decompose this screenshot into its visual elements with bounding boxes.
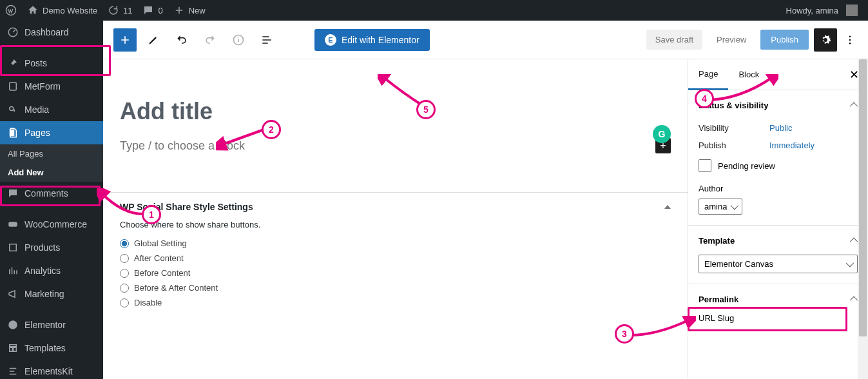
menu-label: Pages	[24, 128, 50, 138]
updates[interactable]: 11	[102, 0, 137, 21]
tab-page[interactable]: Page	[688, 59, 728, 90]
menu-label: ElementsKit	[24, 366, 73, 376]
panel-template: Template Elementor Canvas	[688, 226, 868, 284]
edit-with-elementor-button[interactable]: E Edit with Elementor	[314, 29, 430, 51]
author-value: amina	[704, 202, 727, 211]
comments-link[interactable]: 0	[137, 0, 168, 21]
add-block-toggle[interactable]	[113, 28, 137, 52]
save-draft-button[interactable]: Save draft	[646, 30, 702, 50]
collapse-icon[interactable]	[664, 205, 671, 209]
more-options[interactable]	[842, 28, 858, 52]
menu-label: Products	[24, 242, 60, 253]
elementskit-icon	[6, 365, 19, 378]
svg-rect-6	[10, 244, 17, 251]
elementor-icon	[6, 318, 19, 331]
panel-heading: Template	[699, 236, 735, 246]
radio-after-content[interactable]: After Content	[120, 251, 671, 266]
settings-panel: Page Block ✕ Status & visibility Visibil…	[688, 59, 868, 379]
author-select[interactable]: amina	[699, 199, 742, 215]
editor: E Edit with Elementor Save draft Preview…	[103, 21, 868, 379]
url-slug-label: URL Slug	[699, 313, 858, 323]
menu-elementor[interactable]: Elementor	[0, 313, 103, 336]
wp-logo[interactable]	[0, 0, 22, 21]
checkbox-icon	[699, 159, 711, 172]
comments-count: 0	[158, 6, 162, 15]
wp-social-metabox: WP Social Share Style Settings Choose wh…	[103, 192, 688, 319]
settings-toggle[interactable]	[814, 28, 837, 52]
chevron-up-icon[interactable]	[852, 236, 858, 246]
author-label: Author	[699, 184, 858, 193]
svg-rect-4	[10, 130, 15, 137]
menu-analytics[interactable]: Analytics	[0, 259, 103, 282]
menu-posts[interactable]: Posts	[0, 52, 103, 75]
visibility-label: Visibility	[699, 123, 769, 133]
editor-toolbar: E Edit with Elementor Save draft Preview…	[103, 21, 868, 59]
howdy-text: Howdy, amina	[786, 6, 838, 15]
publish-button[interactable]: Publish	[760, 30, 809, 50]
preview-button[interactable]: Preview	[708, 30, 755, 50]
site-link[interactable]: Demo Website	[22, 0, 102, 21]
menu-products[interactable]: Products	[0, 236, 103, 259]
settings-tabs: Page Block ✕	[688, 59, 868, 90]
submenu-pages: All Pages Add New	[0, 144, 103, 182]
radio-global-setting[interactable]: Global Setting	[120, 236, 671, 251]
grammarly-icon[interactable]: G	[653, 125, 671, 143]
template-value: Elementor Canvas	[704, 259, 773, 269]
new-label: New	[189, 6, 206, 15]
scrollbar-thumb[interactable]	[859, 59, 867, 336]
editor-canvas: G + WP Social Share Style Settings Choos…	[103, 59, 688, 379]
new-link[interactable]: New	[168, 0, 211, 21]
submenu-all-pages[interactable]: All Pages	[0, 144, 103, 163]
publish-label: Publish	[699, 141, 769, 150]
metabox-title: WP Social Share Style Settings	[120, 202, 253, 212]
woo-icon	[6, 218, 19, 231]
page-title-input[interactable]	[120, 98, 671, 125]
outline-button[interactable]	[255, 28, 278, 52]
radio-before-after-content[interactable]: Before & After Content	[120, 280, 671, 295]
menu-label: Marketing	[24, 289, 64, 299]
publish-value[interactable]: Immediately	[769, 141, 815, 150]
page-icon	[6, 126, 19, 139]
redo-button[interactable]	[198, 28, 222, 52]
menu-elementskit[interactable]: ElementsKit	[0, 360, 103, 379]
elementor-button-label: Edit with Elementor	[342, 35, 420, 45]
radio-disable[interactable]: Disable	[120, 295, 671, 310]
menu-label: Dashboard	[24, 27, 69, 37]
menu-woocommerce[interactable]: WooCommerce	[0, 213, 103, 236]
menu-marketing[interactable]: Marketing	[0, 282, 103, 306]
chevron-up-icon[interactable]	[852, 101, 858, 110]
menu-dashboard[interactable]: Dashboard	[0, 21, 103, 44]
template-select[interactable]: Elementor Canvas	[699, 255, 858, 273]
radio-before-content[interactable]: Before Content	[120, 266, 671, 280]
pending-review-checkbox[interactable]: Pending review	[699, 154, 858, 181]
dashboard-icon	[6, 26, 19, 39]
menu-label: Media	[24, 104, 49, 115]
products-icon	[6, 241, 19, 254]
panel-heading: Status & visibility	[699, 101, 768, 110]
menu-label: Posts	[24, 58, 47, 68]
info-button[interactable]	[227, 28, 250, 52]
undo-button[interactable]	[170, 28, 193, 52]
edit-mode[interactable]	[142, 28, 165, 52]
menu-templates[interactable]: Templates	[0, 336, 103, 360]
svg-point-7	[8, 320, 17, 329]
menu-comments[interactable]: Comments	[0, 182, 103, 205]
menu-label: WooCommerce	[24, 219, 87, 229]
chevron-up-icon[interactable]	[852, 295, 858, 304]
visibility-value[interactable]: Public	[769, 123, 792, 133]
analytics-icon	[6, 264, 19, 277]
site-name: Demo Website	[43, 6, 97, 15]
megaphone-icon	[6, 287, 19, 300]
howdy[interactable]: Howdy, amina	[781, 0, 863, 21]
menu-label: MetForm	[24, 81, 61, 92]
menu-metform[interactable]: MetForm	[0, 75, 103, 98]
block-selector-input[interactable]	[120, 139, 649, 153]
tab-block[interactable]: Block	[728, 59, 769, 90]
svg-point-9	[849, 35, 851, 37]
menu-pages[interactable]: Pages	[0, 121, 103, 144]
svg-point-3	[10, 107, 14, 111]
admin-bar: Demo Website 11 0 New Howdy, amina	[0, 0, 868, 21]
panel-permalink: Permalink URL Slug	[688, 284, 868, 333]
menu-media[interactable]: Media	[0, 98, 103, 121]
submenu-add-new[interactable]: Add New	[0, 163, 103, 182]
